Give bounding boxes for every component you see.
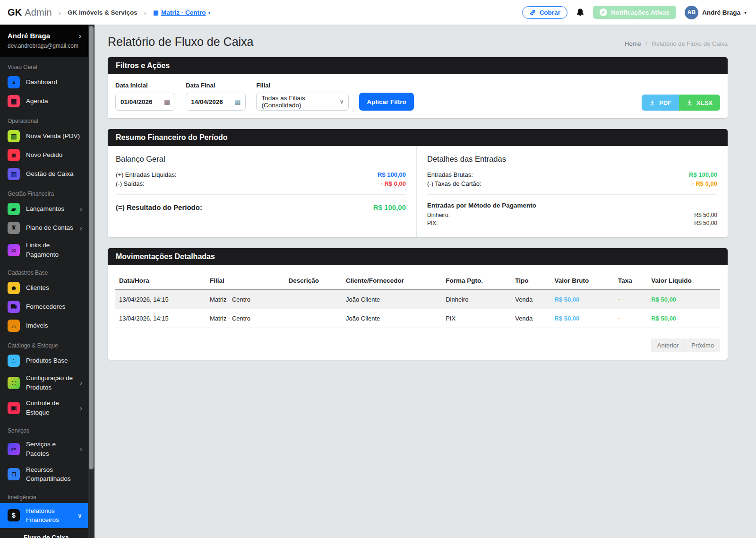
- table-column-header: Tipo: [511, 272, 550, 290]
- sidebar-section-label: Catálogo & Estoque: [0, 335, 88, 351]
- link-icon: [529, 9, 536, 16]
- sidebar-item-dashboard[interactable]: ◕Dashboard: [0, 73, 88, 92]
- sidebar-item-label: Links de Pagamento: [26, 241, 82, 259]
- avatar[interactable]: AB: [685, 6, 698, 19]
- sidebar-submenu: Fluxo de CaixaEntradas por PagamentoA Re…: [0, 528, 88, 538]
- sidebar-item-label: Nova Venda (PDV): [26, 131, 80, 141]
- breadcrumb-home-link[interactable]: Home: [625, 40, 641, 47]
- data-final-field[interactable]: ▦: [186, 93, 246, 111]
- notifications-active-button[interactable]: ✓ Notificações Ativas: [593, 6, 676, 19]
- notifications-active-label: Notificações Ativas: [611, 9, 670, 16]
- sidebar-item-label: Imóveis: [26, 321, 48, 330]
- sidebar-item-plano-de-contas[interactable]: ♜Plano de Contas›: [0, 218, 88, 237]
- sidebar-item-lan-amentos[interactable]: ▰Lançamentos›: [0, 200, 88, 218]
- calendar-icon: ▦: [8, 95, 20, 107]
- sidebar-user-email: dev.andrebraga@gmail.com: [8, 43, 81, 49]
- table-cell: Matriz - Centro: [206, 309, 284, 328]
- sidebar-item-produtos-base[interactable]: ∴Produtos Base: [0, 351, 88, 370]
- filial-select[interactable]: Todas as Filiais (Consolidado) ∨: [256, 93, 349, 111]
- entries-detail-column: Detalhes das Entradas Entradas Brutas:R$…: [416, 146, 728, 237]
- data-inicial-input[interactable]: [120, 98, 160, 105]
- submenu-item-fluxo-de-caixa[interactable]: Fluxo de Caixa: [24, 530, 88, 538]
- sidebar-item-servi-os-e-pacotes[interactable]: ✂Serviços e Pacotes›: [0, 436, 88, 461]
- sidebar-section-label: Gestão Financeira: [0, 183, 88, 200]
- pagination: Anterior Próximo: [115, 338, 720, 352]
- payment-method-subtitle: Entradas por Método de Pagamento: [427, 202, 717, 209]
- archive-box-icon: ▣: [8, 402, 20, 414]
- table-cell: 13/04/2026, 14:15: [115, 309, 206, 328]
- sidebar-item-configura-o-de-produtos[interactable]: ∷Configuração de Produtos›: [0, 370, 88, 395]
- summary-row: (-) Saídas:- R$ 0,00: [116, 180, 406, 187]
- sidebar-item-im-veis[interactable]: ⌂Imóveis: [0, 316, 88, 335]
- download-icon: [687, 100, 693, 106]
- sidebar-section-label: Visão Geral: [0, 57, 88, 73]
- period-result-label: (=) Resultado do Período:: [116, 203, 202, 211]
- summary-row-value: R$ 100,00: [689, 171, 717, 178]
- sidebar-item-agenda[interactable]: ▦Agenda: [0, 92, 88, 111]
- chevron-down-icon: ∨: [77, 512, 82, 519]
- user-menu[interactable]: AB André Braga ▾: [685, 6, 747, 19]
- sidebar-item-clientes[interactable]: ☻Clientes: [0, 278, 88, 297]
- pie-chart-icon: ◕: [8, 76, 20, 88]
- main-content: Relatório de Fluxo de Caixa Home / Relat…: [94, 25, 756, 538]
- sidebar-item-fornecedores[interactable]: ⛟Fornecedores: [0, 297, 88, 316]
- sidebar-item-label: Fornecedores: [26, 302, 65, 312]
- sidebar-item-relat-rios-financeiros[interactable]: $Relatórios Financeiros∨: [0, 503, 88, 528]
- sidebar-item-links-de-pagamento[interactable]: ∞Links de Pagamento: [0, 237, 88, 262]
- breadcrumb-separator: /: [645, 40, 647, 47]
- calendar-icon[interactable]: ▦: [234, 98, 241, 105]
- sidebar-user-block[interactable]: André Braga › dev.andrebraga@gmail.com: [0, 25, 88, 57]
- filial-label: Filial: [256, 82, 349, 89]
- sidebar-scrollbar[interactable]: [88, 25, 94, 538]
- summary-row-value: R$ 50,00: [694, 220, 717, 226]
- grid-items-icon: ∷: [8, 377, 20, 389]
- table-cell: Dinheiro: [442, 290, 511, 309]
- table-cell: R$ 50,00: [551, 290, 614, 309]
- export-pdf-button[interactable]: PDF: [642, 95, 679, 111]
- movements-card-title: Movimentações Detalhadas: [108, 248, 728, 265]
- sidebar-item-gest-o-de-caixa[interactable]: ▥Gestão de Caixa: [0, 165, 88, 183]
- data-final-input[interactable]: [191, 98, 231, 105]
- breadcrumb-current: Relatório de Fluxo de Caixa: [652, 40, 728, 47]
- summary-row-value: - R$ 0,00: [381, 180, 406, 187]
- report-dollar-icon: $: [8, 509, 20, 521]
- logo-light: Admin: [25, 7, 52, 17]
- sidebar-section-label: Cadastros Base: [0, 262, 88, 278]
- truck-icon: ⛟: [8, 301, 20, 313]
- table-cell: Venda: [511, 290, 550, 309]
- branch-selector[interactable]: ▦ Matriz - Centro ▾: [153, 9, 211, 16]
- next-page-button[interactable]: Próximo: [685, 338, 720, 352]
- apply-filter-button[interactable]: Aplicar Filtro: [359, 93, 413, 111]
- movements-card: Movimentações Detalhadas Data/HoraFilial…: [108, 248, 728, 360]
- chevron-right-icon: ›: [80, 379, 82, 387]
- chevron-right-icon: ›: [80, 224, 82, 232]
- table-cell: João Cliente: [342, 290, 442, 309]
- cobrar-label: Cobrar: [540, 9, 560, 16]
- sidebar-item-label: Produtos Base: [26, 356, 68, 365]
- sidebar-item-controle-de-estoque[interactable]: ▣Controle de Estoque›: [0, 395, 88, 420]
- data-inicial-field[interactable]: ▦: [115, 93, 175, 111]
- cobrar-button[interactable]: Cobrar: [522, 6, 567, 19]
- sidebar-nav: Visão Geral◕Dashboard▦AgendaOperacional▥…: [0, 57, 88, 538]
- table-cell: -: [614, 290, 647, 309]
- sidebar-item-label: Dashboard: [26, 78, 57, 87]
- calendar-icon[interactable]: ▦: [164, 98, 170, 105]
- sidebar-item-recursos-compartilhados[interactable]: ⊓Recursos Compartilhados: [0, 462, 88, 487]
- sidebar-scrollbar-thumb[interactable]: [89, 26, 94, 469]
- table-column-header: Descrição: [284, 272, 342, 290]
- table-column-header: Data/Hora: [115, 272, 206, 290]
- previous-page-button[interactable]: Anterior: [651, 338, 686, 352]
- notifications-bell-button[interactable]: [576, 8, 584, 17]
- xlsx-label: XLSX: [696, 99, 713, 106]
- table-column-header: Forma Pgto.: [442, 272, 511, 290]
- table-cell: -: [614, 309, 647, 328]
- table-cell: [284, 290, 342, 309]
- export-xlsx-button[interactable]: XLSX: [679, 95, 720, 111]
- filial-selected-value: Todas as Filiais (Consolidado): [261, 95, 335, 109]
- summary-row-label: Dinheiro:: [427, 212, 450, 218]
- table-column-header: Valor Líquido: [647, 272, 720, 290]
- table-cell: R$ 50,00: [647, 309, 720, 328]
- sidebar-item-nova-venda-pdv[interactable]: ▥Nova Venda (PDV): [0, 127, 88, 146]
- sidebar-item-novo-pedido[interactable]: ◙Novo Pedido: [0, 146, 88, 165]
- branch-name[interactable]: Matriz - Centro: [161, 9, 206, 16]
